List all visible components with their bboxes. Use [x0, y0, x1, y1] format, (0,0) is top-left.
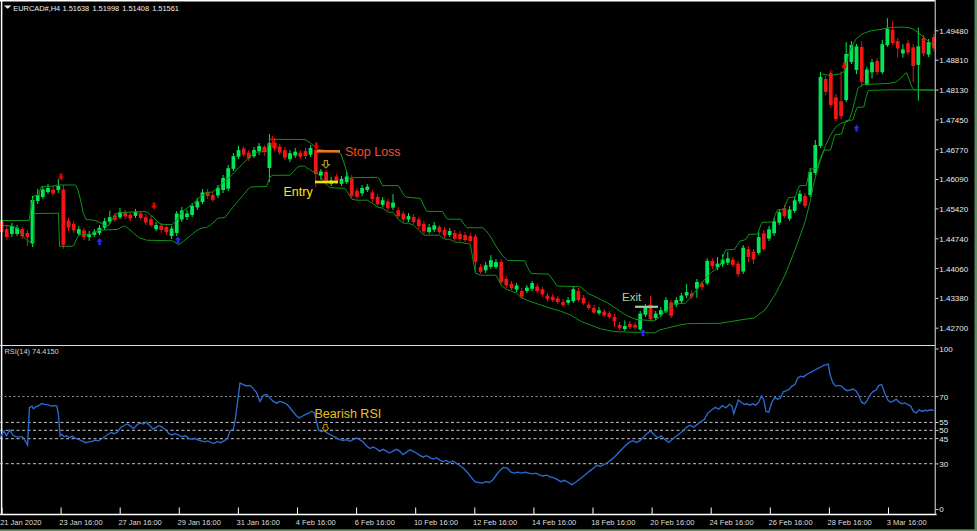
svg-text:RSI(14) 74.4150: RSI(14) 74.4150: [5, 347, 59, 356]
svg-text:29 Jan 16:00: 29 Jan 16:00: [178, 518, 221, 527]
svg-text:1.45420: 1.45420: [939, 205, 968, 214]
svg-text:1.47450: 1.47450: [939, 116, 968, 125]
svg-text:27 Jan 16:00: 27 Jan 16:00: [118, 518, 161, 527]
svg-text:26 Feb 16:00: 26 Feb 16:00: [769, 518, 813, 527]
svg-text:24 Feb 16:00: 24 Feb 16:00: [709, 518, 753, 527]
svg-text:28 Feb 16:00: 28 Feb 16:00: [828, 518, 872, 527]
svg-text:1.49480: 1.49480: [939, 27, 968, 36]
svg-text:10 Feb 16:00: 10 Feb 16:00: [414, 518, 458, 527]
svg-text:3 Mar 16:00: 3 Mar 16:00: [887, 518, 927, 527]
svg-text:18 Feb 16:00: 18 Feb 16:00: [591, 518, 635, 527]
svg-text:1.51638: 1.51638: [63, 4, 90, 13]
svg-text:1.51408: 1.51408: [122, 4, 149, 13]
svg-text:EURCAD#,H4: EURCAD#,H4: [13, 4, 60, 13]
svg-text:1.48130: 1.48130: [939, 86, 968, 95]
svg-text:1.44740: 1.44740: [939, 235, 968, 244]
svg-text:31 Jan 16:00: 31 Jan 16:00: [237, 518, 280, 527]
svg-text:Exit: Exit: [622, 291, 642, 303]
svg-text:1.42700: 1.42700: [939, 324, 968, 333]
svg-text:1.44060: 1.44060: [939, 265, 968, 274]
svg-text:21 Jan 2020: 21 Jan 2020: [0, 518, 41, 527]
svg-text:70: 70: [939, 393, 948, 402]
svg-text:Bearish RSI: Bearish RSI: [315, 407, 382, 421]
svg-text:12 Feb 16:00: 12 Feb 16:00: [473, 518, 517, 527]
svg-text:Entry: Entry: [284, 185, 314, 199]
svg-text:0: 0: [939, 505, 944, 514]
svg-text:20 Feb 16:00: 20 Feb 16:00: [650, 518, 694, 527]
svg-text:30: 30: [939, 460, 948, 469]
svg-text:1.46770: 1.46770: [939, 146, 968, 155]
svg-text:100: 100: [939, 345, 953, 354]
svg-text:Stop Loss: Stop Loss: [345, 145, 401, 159]
svg-text:1.51998: 1.51998: [92, 4, 119, 13]
svg-text:23 Jan 16:00: 23 Jan 16:00: [59, 518, 102, 527]
svg-text:45: 45: [939, 435, 948, 444]
svg-text:1.43380: 1.43380: [939, 294, 968, 303]
svg-text:6 Feb 16:00: 6 Feb 16:00: [355, 518, 395, 527]
svg-text:4 Feb 16:00: 4 Feb 16:00: [296, 518, 336, 527]
svg-text:14 Feb 16:00: 14 Feb 16:00: [532, 518, 576, 527]
svg-text:1.48810: 1.48810: [939, 56, 968, 65]
svg-text:1.46090: 1.46090: [939, 175, 968, 184]
svg-text:1.51561: 1.51561: [152, 4, 179, 13]
